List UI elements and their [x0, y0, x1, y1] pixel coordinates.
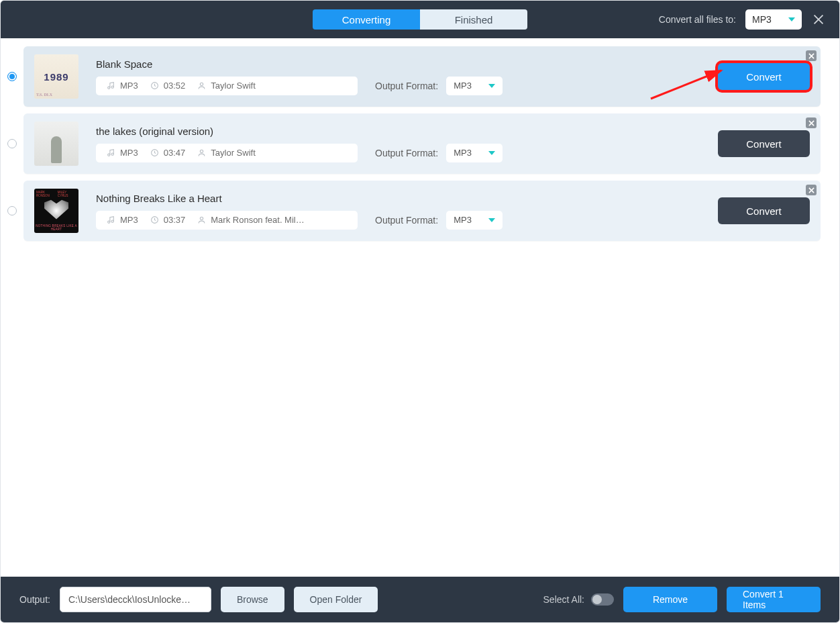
convert-all-button[interactable]: Convert 1 Items [727, 587, 821, 612]
meta-box: MP3 03:52 Taylor Swift [96, 77, 358, 95]
svg-point-9 [108, 154, 110, 156]
clock-icon [150, 215, 159, 224]
album-art: 1989 [34, 54, 78, 99]
person-icon [197, 215, 206, 224]
body-area: 1989 Blank Space MP3 03: [1, 38, 839, 577]
output-format-label: Output Format: [375, 148, 438, 158]
close-icon [808, 53, 815, 59]
album-art: MARK RONSONMILEY CYRUS [34, 189, 78, 233]
track-title: Nothing Breaks Like a Heart [96, 193, 718, 204]
track-card: MARK RONSONMILEY CYRUS Nothing Breaks Li… [23, 181, 821, 241]
chevron-down-icon [788, 17, 795, 21]
output-label: Output: [19, 594, 50, 605]
meta-artist: Mark Ronson feat. Mil… [197, 215, 347, 225]
svg-point-16 [111, 220, 113, 222]
music-note-icon [107, 215, 115, 224]
tab-finished[interactable]: Finished [420, 9, 527, 30]
header-bar: Converting Finished Convert all files to… [1, 1, 839, 38]
svg-point-15 [108, 221, 110, 223]
output-format-dropdown[interactable]: MP3 [446, 211, 503, 230]
clock-icon [150, 81, 159, 90]
music-note-icon [107, 148, 115, 157]
close-icon[interactable] [811, 12, 826, 27]
select-all-toggle[interactable] [591, 593, 614, 606]
svg-point-2 [108, 87, 110, 89]
close-icon [808, 120, 815, 126]
person-icon [197, 148, 206, 157]
list-row: the lakes (original version) MP3 03:47 [6, 113, 821, 174]
meta-duration: 03:52 [150, 81, 186, 91]
svg-point-5 [201, 83, 203, 85]
svg-point-3 [111, 86, 113, 88]
remove-item-button[interactable] [806, 117, 817, 128]
meta-duration: 03:47 [150, 148, 186, 158]
meta-format: MP3 [107, 81, 138, 91]
meta-format: MP3 [107, 215, 138, 225]
svg-point-10 [111, 153, 113, 155]
list-row: 1989 Blank Space MP3 03: [6, 46, 821, 107]
browse-button[interactable]: Browse [221, 587, 284, 612]
chevron-down-icon [488, 84, 495, 88]
list-row: MARK RONSONMILEY CYRUS Nothing Breaks Li… [6, 181, 821, 241]
meta-row: MP3 03:47 Taylor Swift [96, 144, 718, 162]
remove-button[interactable]: Remove [623, 587, 717, 612]
meta-duration: 03:37 [150, 215, 186, 225]
svg-point-12 [201, 150, 203, 152]
output-format-group: Output Format: MP3 [375, 77, 503, 95]
item-list: 1989 Blank Space MP3 03: [1, 46, 839, 241]
tabs: Converting Finished [313, 9, 527, 30]
output-path-field[interactable]: C:\Users\decck\IosUnlocke… [60, 587, 211, 612]
meta-box: MP3 03:37 Mark Ronson feat. Mil… [96, 211, 358, 230]
output-format-group: Output Format: MP3 [375, 144, 503, 162]
meta-format: MP3 [107, 148, 138, 158]
meta-box: MP3 03:47 Taylor Swift [96, 144, 358, 162]
output-format-group: Output Format: MP3 [375, 211, 503, 230]
clock-icon [150, 148, 159, 157]
meta-artist: Taylor Swift [197, 81, 347, 91]
tab-converting[interactable]: Converting [313, 9, 420, 30]
select-all-group: Select All: [543, 593, 614, 606]
meta-row: MP3 03:37 Mark Ronson feat. Mil… [96, 211, 718, 230]
person-icon [197, 81, 206, 90]
output-format-dropdown[interactable]: MP3 [446, 144, 503, 162]
remove-item-button[interactable] [806, 185, 817, 195]
music-note-icon [107, 81, 115, 90]
global-format-value: MP3 [752, 14, 772, 25]
select-radio[interactable] [7, 206, 17, 215]
footer-bar: Output: C:\Users\decck\IosUnlocke… Brows… [1, 577, 839, 622]
track-info: the lakes (original version) MP3 03:47 [96, 126, 718, 162]
meta-row: MP3 03:52 Taylor Swift [96, 77, 718, 95]
svg-point-18 [201, 217, 203, 220]
convert-all-label: Convert all files to: [659, 14, 736, 25]
convert-button[interactable]: Convert [718, 197, 810, 224]
chevron-down-icon [488, 151, 495, 155]
meta-artist: Taylor Swift [197, 148, 347, 158]
convert-button[interactable]: Convert [718, 130, 810, 157]
track-title: Blank Space [96, 58, 718, 70]
chevron-down-icon [488, 218, 495, 222]
remove-item-button[interactable] [806, 50, 817, 61]
header-right: Convert all files to: MP3 [659, 9, 839, 30]
select-radio[interactable] [7, 72, 17, 81]
output-format-dropdown[interactable]: MP3 [446, 77, 503, 95]
close-icon [808, 187, 815, 193]
convert-button[interactable]: Convert [718, 63, 810, 90]
track-card: 1989 Blank Space MP3 03: [23, 46, 821, 107]
select-radio[interactable] [7, 139, 17, 148]
output-format-label: Output Format: [375, 81, 438, 91]
track-title: the lakes (original version) [96, 126, 718, 137]
open-folder-button[interactable]: Open Folder [294, 587, 378, 612]
select-all-label: Select All: [543, 594, 584, 605]
track-info: Blank Space MP3 03:52 [96, 58, 718, 95]
track-info: Nothing Breaks Like a Heart MP3 03:37 [96, 193, 718, 230]
track-card: the lakes (original version) MP3 03:47 [23, 113, 821, 174]
app-window: Converting Finished Convert all files to… [0, 0, 840, 623]
album-art [34, 122, 78, 166]
global-format-dropdown[interactable]: MP3 [745, 9, 802, 30]
output-format-label: Output Format: [375, 215, 438, 226]
